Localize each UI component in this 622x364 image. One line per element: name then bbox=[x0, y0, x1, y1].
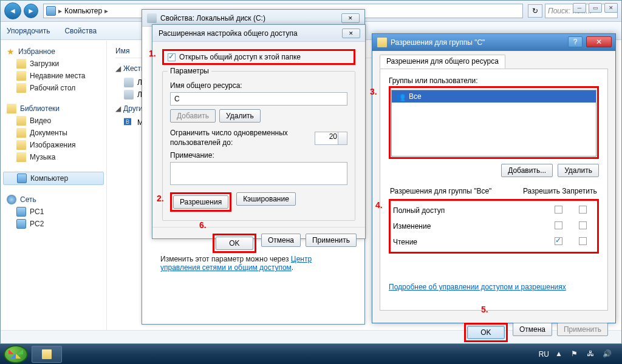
folder-icon bbox=[42, 349, 52, 359]
sidebar-item-computer[interactable]: Компьютер bbox=[3, 172, 104, 185]
annotation-5: 4. bbox=[375, 200, 383, 210]
computer-icon bbox=[16, 207, 26, 217]
perm-row-full: Полный доступ bbox=[393, 203, 595, 218]
advanced-sharing-dialog: Расширенная настройка общего доступа ✕ О… bbox=[152, 24, 366, 239]
limit-spinner[interactable]: 20 bbox=[315, 132, 347, 145]
permissions-table: Разрешения для группы "Все"РазрешитьЗапр… bbox=[389, 186, 599, 199]
allow-full-checkbox[interactable] bbox=[555, 206, 562, 214]
sidebar-libraries-head[interactable]: Библиотеки bbox=[1, 103, 106, 115]
properties-menu[interactable]: Свойства bbox=[64, 27, 97, 35]
help-button[interactable]: ? bbox=[568, 36, 583, 47]
maximize-button[interactable]: ▭ bbox=[589, 3, 602, 13]
tray-network-icon[interactable]: 🖧 bbox=[587, 349, 596, 359]
col-deny: Запретить bbox=[561, 187, 598, 198]
learn-more-link[interactable]: Подробнее об управлении доступом и разре… bbox=[389, 283, 566, 291]
drive-icon bbox=[124, 78, 134, 87]
close-button[interactable]: ✕ bbox=[341, 13, 360, 23]
sidebar-item-documents[interactable]: Документы bbox=[1, 127, 106, 139]
sidebar-item-music[interactable]: Музыка bbox=[1, 151, 106, 163]
annotation-6: 5. bbox=[481, 305, 488, 314]
cancel-button[interactable]: Отмена bbox=[261, 234, 301, 247]
ok-button[interactable]: OK bbox=[467, 326, 505, 339]
folder-icon bbox=[16, 59, 26, 69]
sidebar-item-video[interactable]: Видео bbox=[1, 115, 106, 127]
sidebar-network-head[interactable]: Сеть bbox=[1, 194, 106, 206]
annotation-2: 2. bbox=[157, 194, 164, 203]
breadcrumb[interactable]: Компьютер bbox=[64, 7, 102, 15]
groups-label: Группы или пользователи: bbox=[389, 76, 599, 85]
apply-button[interactable]: Применить bbox=[306, 234, 357, 247]
sidebar-favorites-head[interactable]: ★Избранное bbox=[1, 46, 106, 58]
tab-share-permissions[interactable]: Разрешения для общего ресурса bbox=[380, 55, 505, 69]
deny-read-checkbox[interactable] bbox=[579, 237, 587, 245]
permissions-dialog: Разрешения для группы "C" ? ✕ Разрешения… bbox=[372, 33, 616, 323]
apply-button[interactable]: Применить bbox=[557, 323, 608, 336]
network-icon bbox=[7, 195, 16, 204]
limit-label: Ограничить число одновременных пользоват… bbox=[170, 129, 309, 147]
perm-row-read: Чтение bbox=[393, 235, 595, 249]
folder-icon bbox=[377, 38, 387, 47]
folder-icon bbox=[16, 152, 26, 162]
close-button[interactable]: ✕ bbox=[342, 29, 360, 38]
ok-button[interactable]: OK bbox=[216, 237, 253, 250]
taskbar: RU ▲ ⚑ 🖧 🔊 bbox=[0, 344, 622, 364]
computer-icon bbox=[16, 219, 26, 229]
deny-full-checkbox[interactable] bbox=[579, 206, 587, 214]
annotation-4: 3. bbox=[370, 87, 377, 96]
allow-change-checkbox[interactable] bbox=[555, 221, 562, 229]
refresh-button[interactable]: ↻ bbox=[528, 4, 542, 18]
sidebar-item-pictures[interactable]: Изображения bbox=[1, 139, 106, 151]
group-item-all[interactable]: 👥Все bbox=[392, 90, 596, 103]
nav-forward-button[interactable]: ► bbox=[24, 4, 38, 18]
deny-change-checkbox[interactable] bbox=[579, 221, 587, 229]
share-folder-label: Открыть общий доступ к этой папке bbox=[179, 53, 301, 61]
permissions-button[interactable]: Разрешения bbox=[173, 195, 228, 209]
organize-menu[interactable]: Упорядочить bbox=[7, 27, 50, 35]
allow-read-checkbox[interactable] bbox=[555, 237, 562, 245]
sidebar-item-pc2[interactable]: PC2 bbox=[1, 218, 106, 230]
close-button[interactable]: ✕ bbox=[586, 36, 612, 47]
annotation-1: 1. bbox=[149, 49, 156, 58]
taskbar-explorer-button[interactable] bbox=[32, 346, 62, 363]
folder-icon bbox=[16, 140, 26, 150]
computer-icon bbox=[17, 174, 27, 183]
drive-icon bbox=[147, 13, 157, 23]
tray-flag-icon[interactable]: ▲ bbox=[555, 349, 565, 359]
annotation-3: 6. bbox=[199, 220, 207, 230]
sidebar-item-pc1[interactable]: PC1 bbox=[1, 206, 106, 218]
minimize-button[interactable]: ─ bbox=[573, 3, 586, 13]
sidebar-item-recent[interactable]: Недавние места bbox=[1, 70, 106, 82]
close-button[interactable]: ✕ bbox=[604, 3, 618, 13]
tray-volume-icon[interactable]: 🔊 bbox=[603, 349, 612, 359]
share-folder-checkbox[interactable] bbox=[168, 53, 176, 61]
remove-group-button[interactable]: Удалить bbox=[558, 164, 599, 177]
note-label: Примечание: bbox=[170, 151, 347, 160]
perms-for-label: Разрешения для группы "Все" bbox=[390, 187, 522, 198]
folder-icon bbox=[16, 128, 26, 138]
groups-listbox[interactable]: 👥Все bbox=[391, 90, 596, 157]
tray-action-center-icon[interactable]: ⚑ bbox=[571, 349, 581, 359]
libraries-icon bbox=[7, 104, 16, 113]
start-button[interactable] bbox=[4, 345, 28, 363]
sidebar-item-downloads[interactable]: Загрузки bbox=[1, 58, 106, 70]
folder-icon bbox=[16, 71, 26, 81]
folder-icon bbox=[16, 83, 26, 93]
drive-icon bbox=[124, 90, 134, 99]
note-textarea[interactable] bbox=[170, 162, 347, 185]
add-share-button[interactable]: Добавить bbox=[170, 109, 216, 123]
users-icon: 👥 bbox=[395, 93, 405, 101]
permissions-title: Разрешения для группы "C" bbox=[391, 38, 485, 47]
remove-share-button[interactable]: Удалить bbox=[219, 109, 261, 123]
add-group-button[interactable]: Добавить... bbox=[501, 164, 553, 177]
chevron-right-icon: ▸ bbox=[58, 7, 62, 15]
caching-button[interactable]: Кэширование bbox=[236, 192, 296, 206]
share-name-input[interactable] bbox=[170, 92, 347, 106]
sidebar: ★Избранное Загрузки Недавние места Рабоч… bbox=[1, 41, 107, 330]
cancel-button[interactable]: Отмена bbox=[513, 323, 552, 336]
advanced-sharing-title: Расширенная настройка общего доступа bbox=[159, 29, 298, 38]
chevron-right-icon: ▸ bbox=[104, 7, 108, 15]
share-folder-row: Открыть общий доступ к этой папке bbox=[162, 49, 355, 65]
sidebar-item-desktop[interactable]: Рабочий стол bbox=[1, 82, 106, 94]
nav-back-button[interactable]: ◄ bbox=[4, 2, 21, 19]
language-indicator[interactable]: RU bbox=[539, 350, 549, 359]
